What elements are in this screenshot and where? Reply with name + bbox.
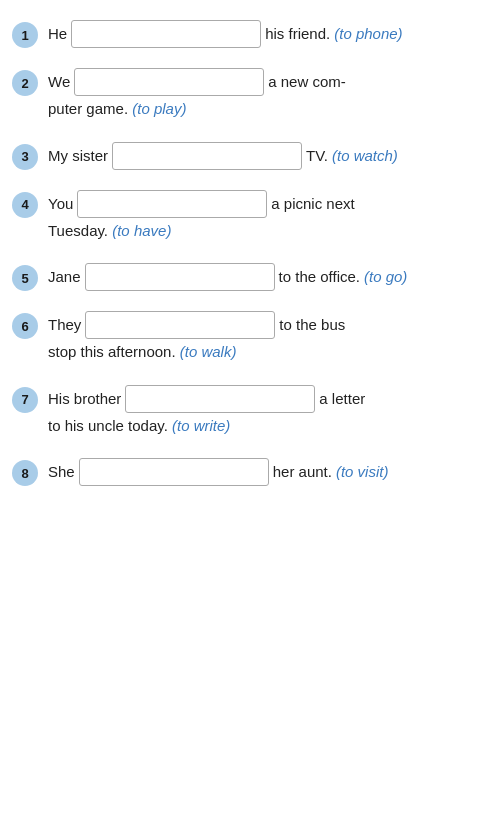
- answer-input-8[interactable]: [79, 458, 269, 486]
- sentence-line: Janeto the office. (to go): [48, 263, 484, 291]
- number-badge: 2: [12, 70, 38, 96]
- answer-input-3[interactable]: [112, 142, 302, 170]
- exercise-content: Sheher aunt. (to visit): [48, 458, 484, 486]
- continuation-text: stop this afternoon. (to walk): [48, 339, 484, 365]
- sentence-pre-text: My sister: [48, 143, 108, 169]
- number-badge: 7: [12, 387, 38, 413]
- exercise-content: Youa picnic nextTuesday. (to have): [48, 190, 484, 244]
- exercise-item: 2Wea new com-puter game. (to play): [0, 58, 500, 132]
- number-badge: 4: [12, 192, 38, 218]
- sentence-post-text: to the office.: [279, 264, 360, 290]
- sentence-pre-text: They: [48, 312, 81, 338]
- sentence-post-text: a picnic next: [271, 191, 354, 217]
- answer-input-6[interactable]: [85, 311, 275, 339]
- exercise-item: 7His brothera letterto his uncle today. …: [0, 375, 500, 449]
- hint-text-inline: (to walk): [180, 343, 237, 360]
- sentence-pre-text: His brother: [48, 386, 121, 412]
- exercise-content: Theyto the busstop this afternoon. (to w…: [48, 311, 484, 365]
- hint-text-inline: (to have): [112, 222, 171, 239]
- answer-input-1[interactable]: [71, 20, 261, 48]
- exercise-list: 1Hehis friend. (to phone)2Wea new com-pu…: [0, 10, 500, 496]
- sentence-post-text: a new com-: [268, 69, 346, 95]
- continuation-text: Tuesday. (to have): [48, 218, 484, 244]
- sentence-line: My sisterTV. (to watch): [48, 142, 484, 170]
- exercise-item: 5Janeto the office. (to go): [0, 253, 500, 301]
- exercise-content: Hehis friend. (to phone): [48, 20, 484, 48]
- hint-text-inline: (to write): [172, 417, 230, 434]
- sentence-post-text: his friend.: [265, 21, 330, 47]
- sentence-line: Sheher aunt. (to visit): [48, 458, 484, 486]
- answer-input-4[interactable]: [77, 190, 267, 218]
- hint-text: (to visit): [336, 459, 389, 485]
- sentence-line: Wea new com-: [48, 68, 484, 96]
- exercise-content: His brothera letterto his uncle today. (…: [48, 385, 484, 439]
- exercise-item: 1Hehis friend. (to phone): [0, 10, 500, 58]
- sentence-post-text: TV.: [306, 143, 328, 169]
- sentence-line: Hehis friend. (to phone): [48, 20, 484, 48]
- exercise-content: Janeto the office. (to go): [48, 263, 484, 291]
- answer-input-2[interactable]: [74, 68, 264, 96]
- number-badge: 1: [12, 22, 38, 48]
- continuation-text: puter game. (to play): [48, 96, 484, 122]
- sentence-post-text: to the bus: [279, 312, 345, 338]
- continuation-text: to his uncle today. (to write): [48, 413, 484, 439]
- exercise-content: My sisterTV. (to watch): [48, 142, 484, 170]
- hint-text: (to watch): [332, 143, 398, 169]
- exercise-item: 6Theyto the busstop this afternoon. (to …: [0, 301, 500, 375]
- sentence-pre-text: We: [48, 69, 70, 95]
- number-badge: 8: [12, 460, 38, 486]
- exercise-content: Wea new com-puter game. (to play): [48, 68, 484, 122]
- exercise-item: 3My sisterTV. (to watch): [0, 132, 500, 180]
- exercise-item: 8Sheher aunt. (to visit): [0, 448, 500, 496]
- sentence-pre-text: She: [48, 459, 75, 485]
- hint-text: (to phone): [334, 21, 402, 47]
- sentence-pre-text: He: [48, 21, 67, 47]
- number-badge: 5: [12, 265, 38, 291]
- sentence-pre-text: Jane: [48, 264, 81, 290]
- sentence-line: Theyto the bus: [48, 311, 484, 339]
- sentence-line: Youa picnic next: [48, 190, 484, 218]
- number-badge: 3: [12, 144, 38, 170]
- hint-text: (to go): [364, 264, 407, 290]
- hint-text-inline: (to play): [132, 100, 186, 117]
- exercise-item: 4Youa picnic nextTuesday. (to have): [0, 180, 500, 254]
- number-badge: 6: [12, 313, 38, 339]
- sentence-post-text: a letter: [319, 386, 365, 412]
- answer-input-5[interactable]: [85, 263, 275, 291]
- sentence-post-text: her aunt.: [273, 459, 332, 485]
- sentence-line: His brothera letter: [48, 385, 484, 413]
- answer-input-7[interactable]: [125, 385, 315, 413]
- sentence-pre-text: You: [48, 191, 73, 217]
